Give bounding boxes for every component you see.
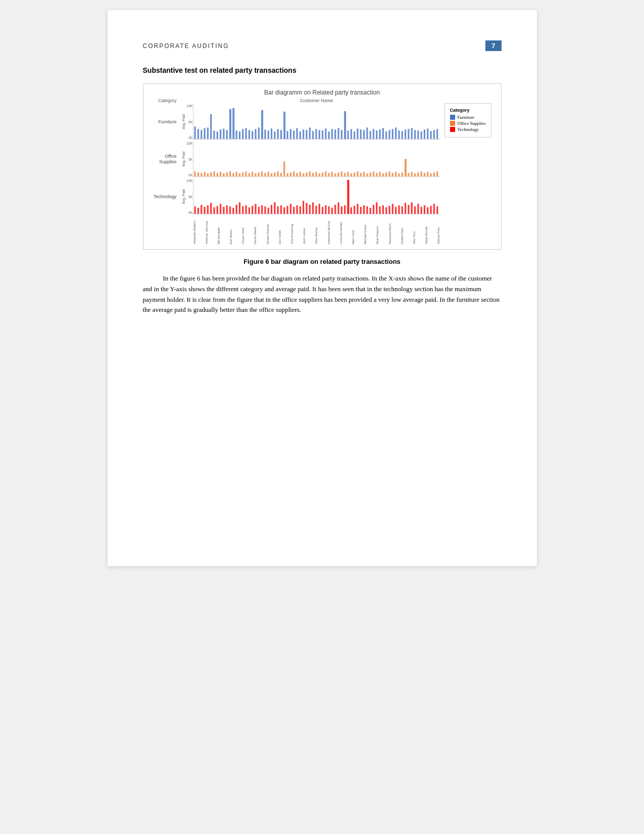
svg-rect-183 xyxy=(286,206,288,214)
svg-rect-43 xyxy=(331,129,332,139)
svg-rect-177 xyxy=(267,208,269,214)
svg-rect-185 xyxy=(293,207,294,214)
svg-rect-144 xyxy=(408,173,409,176)
svg-rect-7 xyxy=(216,131,218,139)
x-label-darrin: Darrin Martin xyxy=(254,216,257,244)
svg-rect-46 xyxy=(340,130,342,139)
svg-rect-11 xyxy=(229,109,231,139)
svg-rect-77 xyxy=(194,171,195,176)
svg-rect-167 xyxy=(235,205,237,214)
svg-rect-31 xyxy=(293,130,294,139)
customer-name-axis-label: Customer Name xyxy=(193,98,440,103)
svg-rect-196 xyxy=(325,205,326,214)
svg-rect-112 xyxy=(306,172,307,176)
technology-row: Technology Avg. Paid 10K 5K 0K xyxy=(148,179,440,214)
svg-rect-110 xyxy=(299,172,301,176)
svg-rect-30 xyxy=(289,129,291,139)
office-supplies-y-axis: Avg. Paid 10K 5K 0K xyxy=(179,142,193,177)
svg-rect-17 xyxy=(248,130,250,139)
svg-rect-35 xyxy=(306,130,307,139)
svg-rect-130 xyxy=(363,172,364,176)
svg-rect-164 xyxy=(226,205,227,214)
svg-rect-128 xyxy=(357,171,358,176)
svg-rect-8 xyxy=(220,129,221,139)
svg-rect-44 xyxy=(334,129,336,139)
svg-rect-202 xyxy=(344,205,345,214)
category-axis-label: Category xyxy=(148,98,179,103)
technology-chart: Avg. Paid 10K 5K 0K xyxy=(179,179,440,214)
svg-rect-67 xyxy=(408,129,409,139)
svg-rect-29 xyxy=(286,131,288,139)
svg-rect-80 xyxy=(204,172,205,176)
svg-rect-159 xyxy=(210,203,212,214)
svg-rect-97 xyxy=(258,172,259,176)
x-label-noel: Noel Staavos xyxy=(376,216,379,244)
svg-rect-91 xyxy=(238,173,240,176)
chart-container: Bar diagramm on Related party transactio… xyxy=(143,83,502,250)
svg-rect-36 xyxy=(309,127,310,139)
svg-rect-124 xyxy=(344,173,345,176)
svg-rect-179 xyxy=(274,202,275,214)
svg-rect-103 xyxy=(277,171,278,176)
svg-rect-173 xyxy=(255,204,256,214)
svg-rect-34 xyxy=(303,129,304,139)
svg-rect-169 xyxy=(242,206,243,214)
svg-rect-180 xyxy=(277,206,278,214)
svg-rect-223 xyxy=(414,206,415,214)
svg-rect-55 xyxy=(369,131,371,139)
svg-rect-152 xyxy=(433,172,434,176)
page-header: CORPORATE AUDITING 7 xyxy=(143,40,502,51)
svg-rect-70 xyxy=(417,130,419,139)
header-title: CORPORATE AUDITING xyxy=(143,42,229,50)
svg-rect-74 xyxy=(430,131,431,139)
technology-avg-paid-label: Avg. Paid xyxy=(182,189,185,204)
svg-rect-13 xyxy=(235,130,237,139)
svg-rect-188 xyxy=(303,201,304,214)
svg-rect-126 xyxy=(350,173,352,176)
x-label-tanja: Tanja Norvell xyxy=(425,216,428,244)
svg-rect-189 xyxy=(306,203,307,214)
svg-rect-33 xyxy=(299,131,301,139)
svg-rect-190 xyxy=(309,205,310,214)
svg-rect-163 xyxy=(223,207,224,214)
svg-rect-64 xyxy=(398,130,400,139)
svg-rect-224 xyxy=(417,204,419,214)
svg-rect-89 xyxy=(232,173,234,176)
svg-rect-113 xyxy=(309,171,310,176)
svg-rect-20 xyxy=(258,127,259,139)
svg-rect-191 xyxy=(312,202,314,214)
svg-rect-104 xyxy=(280,173,281,176)
svg-rect-83 xyxy=(213,171,215,176)
svg-rect-53 xyxy=(363,130,364,139)
svg-rect-115 xyxy=(315,172,317,176)
svg-rect-62 xyxy=(391,129,393,139)
svg-rect-207 xyxy=(363,205,364,214)
svg-rect-182 xyxy=(283,207,285,214)
svg-rect-76 xyxy=(436,129,438,139)
svg-rect-98 xyxy=(261,171,263,176)
svg-rect-9 xyxy=(223,128,224,139)
x-label-katherine: Katherine Murray xyxy=(327,216,330,244)
svg-rect-109 xyxy=(296,173,298,176)
legend-item-technology: Technology xyxy=(450,127,486,132)
svg-rect-78 xyxy=(197,172,199,176)
svg-rect-73 xyxy=(427,128,428,139)
legend-label-office-supplies: Office Supplies xyxy=(458,121,486,126)
svg-rect-125 xyxy=(347,172,349,176)
chart-legend: Category Furniture Office Supplies Techn… xyxy=(440,98,496,244)
svg-rect-96 xyxy=(255,173,256,176)
svg-rect-75 xyxy=(433,130,434,139)
svg-rect-143 xyxy=(405,159,407,177)
svg-rect-22 xyxy=(264,129,266,139)
x-label-ruben: Ruben Dertt xyxy=(401,216,404,244)
svg-rect-38 xyxy=(315,129,317,139)
svg-rect-48 xyxy=(347,130,349,139)
svg-rect-178 xyxy=(271,205,272,214)
furniture-y-axis: Avg. Paid 10K 5K 0K xyxy=(179,104,193,140)
office-supplies-y-ticks: 10K 5K 0K xyxy=(186,142,192,177)
svg-rect-117 xyxy=(321,172,323,176)
svg-rect-135 xyxy=(379,172,380,176)
chart-title: Bar diagramm on Related party transactio… xyxy=(143,84,501,98)
svg-rect-0 xyxy=(194,126,195,139)
svg-rect-206 xyxy=(360,207,361,214)
